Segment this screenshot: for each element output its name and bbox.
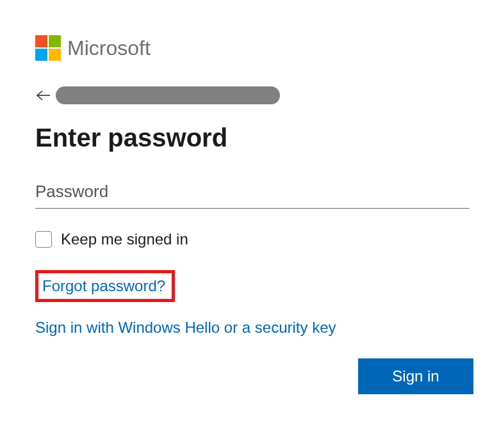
forgot-password-highlight: Forgot password? [35,270,175,302]
identity-row [35,86,473,104]
brand-header: Microsoft [35,35,473,61]
forgot-password-link[interactable]: Forgot password? [42,277,165,295]
password-input[interactable] [35,178,470,209]
keep-signed-in-checkbox[interactable] [35,231,52,248]
windows-hello-link[interactable]: Sign in with Windows Hello or a security… [35,319,473,337]
sign-in-button[interactable]: Sign in [358,358,473,394]
keep-signed-in-label: Keep me signed in [61,230,188,248]
keep-signed-in-row: Keep me signed in [35,230,473,248]
brand-name: Microsoft [67,36,151,60]
microsoft-logo-icon [35,35,61,61]
page-title: Enter password [35,124,473,152]
account-email-redacted[interactable] [56,86,280,104]
action-row: Sign in [35,358,473,394]
back-arrow-icon[interactable] [35,87,52,104]
